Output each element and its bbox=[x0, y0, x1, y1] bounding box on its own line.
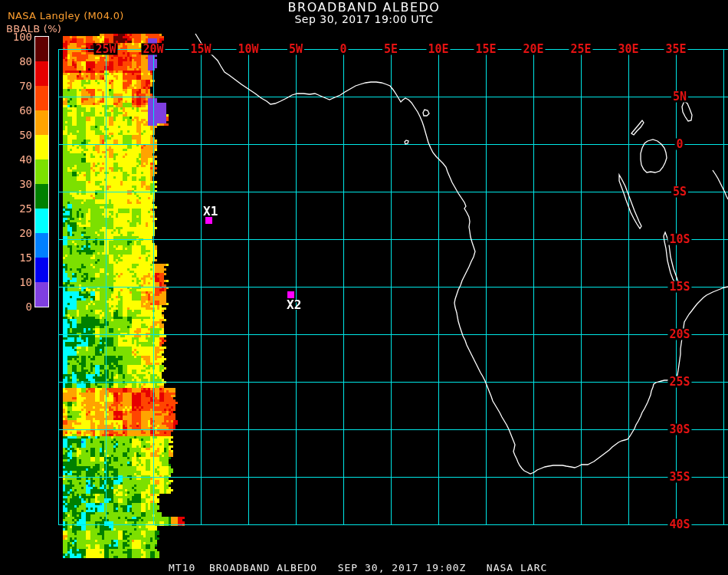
parallel-line bbox=[58, 144, 728, 145]
latitude-label: 15S bbox=[667, 281, 691, 293]
colorbar-tick-label: 70 bbox=[0, 80, 32, 92]
colorbar-tick-label: 0 bbox=[0, 301, 32, 313]
latitude-label: 25S bbox=[667, 376, 691, 388]
lake-outline bbox=[619, 175, 641, 228]
colorbar-tick-label: 80 bbox=[0, 55, 32, 67]
longitude-label: 0 bbox=[338, 44, 348, 55]
parallel-line bbox=[58, 382, 728, 383]
longitude-label: 20W bbox=[141, 44, 165, 55]
colorbar-segment bbox=[35, 258, 48, 282]
colorbar-tick-label: 40 bbox=[0, 153, 32, 166]
latitude-label: 40S bbox=[667, 519, 691, 531]
marker-label-x2: X2 bbox=[287, 299, 301, 311]
colorbar-segment bbox=[35, 282, 48, 307]
parallel-line bbox=[58, 334, 728, 335]
colorbar-tick-label: 30 bbox=[0, 178, 32, 190]
marker-label-x1: X1 bbox=[203, 205, 218, 218]
parallel-line bbox=[58, 477, 728, 478]
latitude-label: 5N bbox=[671, 91, 688, 103]
albedo-swath-canvas bbox=[58, 34, 189, 558]
agency-label: NASA Langley (M04.0) bbox=[8, 10, 124, 21]
latitude-label: 10S bbox=[667, 234, 691, 245]
parallel-line bbox=[58, 524, 728, 525]
colorbar-tick-label: 100 bbox=[0, 31, 32, 43]
parallel-line bbox=[58, 429, 728, 430]
colorbar-tick-label: 10 bbox=[0, 276, 32, 288]
colorbar-segment bbox=[35, 159, 48, 184]
colorbar-tick-label: 20 bbox=[0, 227, 32, 239]
parallel-line bbox=[58, 239, 728, 240]
footer-caption: MT10 BROADBAND ALBEDO SEP 30, 2017 19:00… bbox=[169, 562, 547, 573]
longitude-label: 25W bbox=[93, 44, 117, 55]
colorbar-tick-label: 25 bbox=[0, 202, 32, 215]
longitude-label: 10E bbox=[426, 44, 450, 55]
colorbar-tick-label: 60 bbox=[0, 104, 32, 117]
footer-bar: MT10 BROADBAND ALBEDO SEP 30, 2017 19:00… bbox=[0, 560, 728, 575]
longitude-label: 30E bbox=[616, 44, 640, 55]
colorbar-tick-label: 50 bbox=[0, 129, 32, 141]
parallel-line bbox=[58, 287, 728, 288]
colorbar-segment bbox=[35, 233, 48, 258]
parallel-line bbox=[58, 97, 728, 97]
longitude-label: 15E bbox=[474, 44, 497, 55]
coastline-path bbox=[713, 170, 728, 199]
latitude-label: 35S bbox=[667, 472, 691, 483]
latitude-label: 20S bbox=[667, 329, 691, 340]
longitude-label: 20E bbox=[521, 44, 545, 55]
longitude-label: 15W bbox=[189, 44, 212, 55]
longitude-label: 35E bbox=[664, 44, 687, 55]
colorbar-segment bbox=[35, 135, 48, 159]
longitude-label: 10W bbox=[236, 44, 260, 55]
albedo-map-view: 25W20W15W10W5W05E10E15E20E25E30E35E5N05S… bbox=[0, 0, 728, 575]
latitude-label: 30S bbox=[667, 424, 691, 435]
longitude-label: 5E bbox=[382, 44, 399, 55]
colorbar-segment bbox=[35, 86, 48, 110]
colorbar-segment bbox=[35, 37, 48, 61]
colorbar-tick-label: 15 bbox=[0, 251, 32, 264]
longitude-label: 25E bbox=[569, 44, 592, 55]
longitude-label: 5W bbox=[287, 44, 304, 55]
lake-outline bbox=[631, 120, 644, 135]
latitude-label: 0 bbox=[674, 139, 684, 150]
colorbar-segment bbox=[35, 184, 48, 209]
albedo-colorbar bbox=[34, 36, 49, 307]
colorbar-segment bbox=[35, 209, 48, 233]
colorbar-segment bbox=[35, 61, 48, 86]
colorbar-segment bbox=[35, 110, 48, 135]
latitude-label: 5S bbox=[671, 186, 688, 198]
coastline-path bbox=[195, 34, 728, 474]
lake-outline bbox=[682, 101, 692, 121]
parallel-line bbox=[58, 192, 728, 192]
lake-outline bbox=[423, 110, 429, 116]
